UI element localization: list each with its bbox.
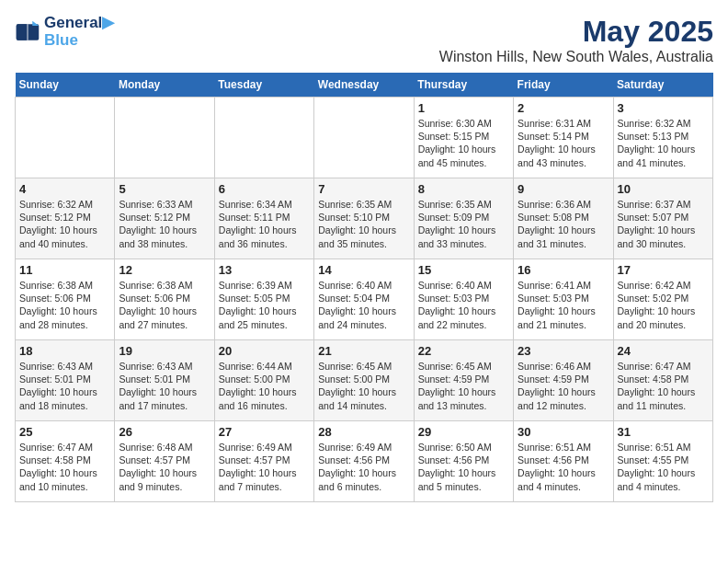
day-cell: 18Sunrise: 6:43 AM Sunset: 5:01 PM Dayli… — [16, 340, 115, 421]
day-info: Sunrise: 6:34 AM Sunset: 5:11 PM Dayligh… — [219, 198, 310, 250]
day-number: 16 — [518, 263, 609, 277]
day-cell — [314, 98, 414, 178]
week-row-3: 11Sunrise: 6:38 AM Sunset: 5:06 PM Dayli… — [16, 259, 713, 340]
logo: General▶ Blue — [15, 15, 114, 49]
day-number: 1 — [418, 101, 509, 115]
day-number: 9 — [518, 182, 609, 196]
day-cell: 24Sunrise: 6:47 AM Sunset: 4:58 PM Dayli… — [613, 340, 712, 421]
day-info: Sunrise: 6:40 AM Sunset: 5:03 PM Dayligh… — [418, 279, 509, 331]
day-info: Sunrise: 6:36 AM Sunset: 5:08 PM Dayligh… — [518, 198, 609, 250]
day-cell: 14Sunrise: 6:40 AM Sunset: 5:04 PM Dayli… — [314, 259, 414, 340]
day-cell — [115, 98, 214, 178]
day-number: 8 — [418, 182, 509, 196]
header-cell-sunday: Sunday — [16, 73, 115, 98]
day-cell — [16, 98, 115, 178]
day-number: 20 — [219, 344, 310, 358]
day-info: Sunrise: 6:38 AM Sunset: 5:06 PM Dayligh… — [119, 279, 210, 331]
day-info: Sunrise: 6:43 AM Sunset: 5:01 PM Dayligh… — [19, 360, 110, 412]
day-cell: 8Sunrise: 6:35 AM Sunset: 5:09 PM Daylig… — [414, 178, 513, 259]
day-info: Sunrise: 6:38 AM Sunset: 5:06 PM Dayligh… — [19, 279, 110, 331]
day-number: 29 — [418, 425, 509, 439]
day-number: 10 — [618, 182, 709, 196]
day-cell: 15Sunrise: 6:40 AM Sunset: 5:03 PM Dayli… — [414, 259, 513, 340]
day-info: Sunrise: 6:40 AM Sunset: 5:04 PM Dayligh… — [318, 279, 409, 331]
day-cell: 21Sunrise: 6:45 AM Sunset: 5:00 PM Dayli… — [314, 340, 414, 421]
logo-text: General▶ Blue — [44, 15, 114, 49]
day-cell: 25Sunrise: 6:47 AM Sunset: 4:58 PM Dayli… — [16, 421, 115, 502]
day-info: Sunrise: 6:46 AM Sunset: 4:59 PM Dayligh… — [518, 360, 609, 412]
day-info: Sunrise: 6:35 AM Sunset: 5:09 PM Dayligh… — [418, 198, 509, 250]
day-cell: 10Sunrise: 6:37 AM Sunset: 5:07 PM Dayli… — [613, 178, 712, 259]
svg-rect-2 — [17, 24, 28, 40]
header-row: SundayMondayTuesdayWednesdayThursdayFrid… — [16, 73, 713, 98]
day-cell: 2Sunrise: 6:31 AM Sunset: 5:14 PM Daylig… — [514, 98, 613, 178]
header-cell-tuesday: Tuesday — [214, 73, 313, 98]
week-row-2: 4Sunrise: 6:32 AM Sunset: 5:12 PM Daylig… — [16, 178, 713, 259]
day-cell: 9Sunrise: 6:36 AM Sunset: 5:08 PM Daylig… — [514, 178, 613, 259]
day-info: Sunrise: 6:50 AM Sunset: 4:56 PM Dayligh… — [418, 441, 509, 493]
day-cell: 12Sunrise: 6:38 AM Sunset: 5:06 PM Dayli… — [115, 259, 214, 340]
day-number: 14 — [318, 263, 409, 277]
day-cell: 28Sunrise: 6:49 AM Sunset: 4:56 PM Dayli… — [314, 421, 414, 502]
day-cell: 22Sunrise: 6:45 AM Sunset: 4:59 PM Dayli… — [414, 340, 513, 421]
subtitle: Winston Hills, New South Wales, Australi… — [439, 49, 713, 65]
day-number: 3 — [618, 101, 709, 115]
day-info: Sunrise: 6:47 AM Sunset: 4:58 PM Dayligh… — [19, 441, 110, 493]
day-cell: 3Sunrise: 6:32 AM Sunset: 5:13 PM Daylig… — [613, 98, 712, 178]
day-info: Sunrise: 6:49 AM Sunset: 4:57 PM Dayligh… — [219, 441, 310, 493]
day-info: Sunrise: 6:39 AM Sunset: 5:05 PM Dayligh… — [219, 279, 310, 331]
day-cell: 30Sunrise: 6:51 AM Sunset: 4:56 PM Dayli… — [514, 421, 613, 502]
day-cell: 13Sunrise: 6:39 AM Sunset: 5:05 PM Dayli… — [214, 259, 313, 340]
header: General▶ Blue May 2025 Winston Hills, Ne… — [15, 15, 713, 65]
day-number: 7 — [318, 182, 409, 196]
header-cell-thursday: Thursday — [414, 73, 513, 98]
day-cell: 27Sunrise: 6:49 AM Sunset: 4:57 PM Dayli… — [214, 421, 313, 502]
day-number: 4 — [19, 182, 110, 196]
day-number: 5 — [119, 182, 210, 196]
day-cell: 31Sunrise: 6:51 AM Sunset: 4:55 PM Dayli… — [613, 421, 712, 502]
day-cell: 5Sunrise: 6:33 AM Sunset: 5:12 PM Daylig… — [115, 178, 214, 259]
day-info: Sunrise: 6:41 AM Sunset: 5:03 PM Dayligh… — [518, 279, 609, 331]
day-info: Sunrise: 6:37 AM Sunset: 5:07 PM Dayligh… — [618, 198, 709, 250]
day-info: Sunrise: 6:31 AM Sunset: 5:14 PM Dayligh… — [518, 117, 609, 169]
day-info: Sunrise: 6:44 AM Sunset: 5:00 PM Dayligh… — [219, 360, 310, 412]
day-number: 17 — [618, 263, 709, 277]
week-row-5: 25Sunrise: 6:47 AM Sunset: 4:58 PM Dayli… — [16, 421, 713, 502]
day-cell: 23Sunrise: 6:46 AM Sunset: 4:59 PM Dayli… — [514, 340, 613, 421]
day-number: 25 — [19, 425, 110, 439]
day-cell: 19Sunrise: 6:43 AM Sunset: 5:01 PM Dayli… — [115, 340, 214, 421]
title-area: May 2025 Winston Hills, New South Wales,… — [439, 15, 713, 65]
day-number: 26 — [119, 425, 210, 439]
day-number: 30 — [518, 425, 609, 439]
day-cell: 26Sunrise: 6:48 AM Sunset: 4:57 PM Dayli… — [115, 421, 214, 502]
day-number: 22 — [418, 344, 509, 358]
day-cell: 7Sunrise: 6:35 AM Sunset: 5:10 PM Daylig… — [314, 178, 414, 259]
header-cell-monday: Monday — [115, 73, 214, 98]
day-number: 23 — [518, 344, 609, 358]
day-number: 2 — [518, 101, 609, 115]
day-number: 13 — [219, 263, 310, 277]
calendar-body: 1Sunrise: 6:30 AM Sunset: 5:15 PM Daylig… — [16, 98, 713, 502]
day-cell: 6Sunrise: 6:34 AM Sunset: 5:11 PM Daylig… — [214, 178, 313, 259]
day-info: Sunrise: 6:49 AM Sunset: 4:56 PM Dayligh… — [318, 441, 409, 493]
day-number: 18 — [19, 344, 110, 358]
logo-icon — [15, 19, 40, 45]
calendar-header: SundayMondayTuesdayWednesdayThursdayFrid… — [16, 73, 713, 98]
day-cell: 17Sunrise: 6:42 AM Sunset: 5:02 PM Dayli… — [613, 259, 712, 340]
day-info: Sunrise: 6:33 AM Sunset: 5:12 PM Dayligh… — [119, 198, 210, 250]
day-number: 21 — [318, 344, 409, 358]
day-info: Sunrise: 6:30 AM Sunset: 5:15 PM Dayligh… — [418, 117, 509, 169]
day-number: 27 — [219, 425, 310, 439]
day-cell: 16Sunrise: 6:41 AM Sunset: 5:03 PM Dayli… — [514, 259, 613, 340]
day-number: 31 — [618, 425, 709, 439]
calendar-table: SundayMondayTuesdayWednesdayThursdayFrid… — [15, 73, 713, 502]
day-info: Sunrise: 6:32 AM Sunset: 5:13 PM Dayligh… — [618, 117, 709, 169]
day-info: Sunrise: 6:47 AM Sunset: 4:58 PM Dayligh… — [618, 360, 709, 412]
day-info: Sunrise: 6:32 AM Sunset: 5:12 PM Dayligh… — [19, 198, 110, 250]
day-info: Sunrise: 6:43 AM Sunset: 5:01 PM Dayligh… — [119, 360, 210, 412]
main-title: May 2025 — [439, 15, 713, 49]
day-cell — [214, 98, 313, 178]
day-info: Sunrise: 6:42 AM Sunset: 5:02 PM Dayligh… — [618, 279, 709, 331]
day-info: Sunrise: 6:48 AM Sunset: 4:57 PM Dayligh… — [119, 441, 210, 493]
week-row-4: 18Sunrise: 6:43 AM Sunset: 5:01 PM Dayli… — [16, 340, 713, 421]
